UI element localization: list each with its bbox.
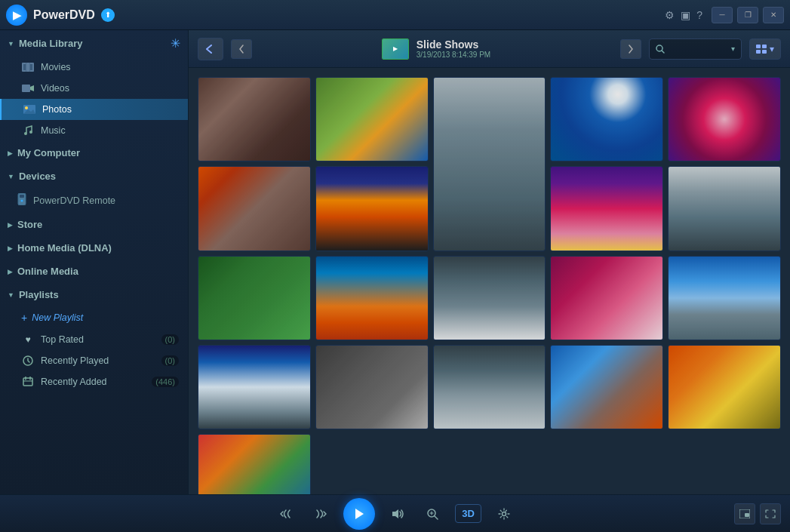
photo-cell[interactable] [198,77,311,161]
sidebar-item-recently-played[interactable]: Recently Played (0) [0,350,188,371]
recently-played-count: (0) [161,355,179,366]
minimize-button[interactable]: ─ [712,7,733,23]
sidebar-section-playlists[interactable]: ▼ Playlists [0,283,188,306]
display-icon[interactable]: ▣ [681,9,690,21]
online-media-arrow: ▶ [8,268,13,275]
restore-button[interactable]: ❐ [737,7,758,23]
my-computer-label: My Computer [17,147,80,158]
photo-cell[interactable] [550,256,663,340]
sidebar-section-media-library[interactable]: ▼ Media Library ✳ [0,30,188,57]
photo-cell[interactable] [198,256,311,340]
photo-cell[interactable] [315,77,429,161]
new-playlist-label: New Playlist [32,312,83,323]
playlists-arrow: ▼ [8,291,14,299]
play-button[interactable] [343,498,375,530]
svg-rect-4 [29,63,30,72]
view-toggle-button[interactable]: ▾ [749,38,781,60]
sidebar-item-videos[interactable]: Videos [0,78,188,99]
photo-cell[interactable] [550,77,663,161]
svg-point-27 [502,512,506,515]
svg-point-11 [29,131,32,134]
search-dropdown-icon[interactable]: ▾ [731,45,735,53]
slideshow-info: ▶ Slide Shows 3/19/2013 8:14:39 PM [382,38,490,60]
powerdvd-remote-label: PowerDVD Remote [33,195,115,206]
sidebar-item-movies[interactable]: Movies [0,57,188,78]
top-rated-count: (0) [161,334,179,345]
playback-controls: 3D [274,498,516,530]
svg-point-15 [19,202,20,204]
sidebar-section-store[interactable]: ▶ Store [0,213,188,236]
sidebar-section-devices[interactable]: ▼ Devices [0,165,188,188]
photo-cell[interactable] [668,345,781,429]
sidebar-item-powerdvd-remote[interactable]: PowerDVD Remote [0,188,188,213]
svg-rect-13 [20,195,24,198]
photo-cell[interactable] [315,166,429,251]
recently-played-label: Recently Played [41,355,161,366]
recently-added-label: Recently Added [41,377,152,387]
zoom-button[interactable] [420,502,444,526]
sidebar-item-top-rated[interactable]: ♥ Top Rated (0) [0,329,188,350]
back-button[interactable] [198,38,223,60]
recently-played-icon [21,355,35,366]
media-library-loader: ✳ [171,36,180,51]
photo-cell[interactable] [315,345,429,429]
photo-cell[interactable] [198,345,311,429]
rewind-button[interactable] [274,502,298,526]
photo-cell[interactable] [433,345,546,429]
photos-label: Photos [42,104,179,115]
update-icon[interactable]: ⬆ [101,8,115,22]
my-computer-arrow: ▶ [8,149,13,157]
svg-rect-1 [23,64,26,70]
photo-cell[interactable] [198,434,311,494]
settings-icon[interactable]: ⚙ [665,9,675,21]
devices-label: Devices [19,171,56,182]
sidebar-item-new-playlist[interactable]: + New Playlist [0,306,188,329]
home-media-label: Home Media (DLNA) [17,242,112,254]
sidebar-section-my-computer[interactable]: ▶ My Computer [0,141,188,165]
recently-added-count: (446) [152,377,179,387]
sidebar-section-home-media[interactable]: ▶ Home Media (DLNA) [0,236,188,260]
next-nav-button[interactable] [620,39,641,59]
volume-button[interactable] [386,502,410,526]
sidebar-item-recently-added[interactable]: Recently Added (446) [0,371,188,392]
media-library-label: Media Library [19,38,83,49]
slideshow-title: Slide Shows [417,38,490,51]
recently-added-icon [21,377,35,387]
expand-button[interactable] [760,503,781,524]
photo-cell[interactable] [433,77,546,251]
forward-button[interactable] [309,502,333,526]
search-input[interactable] [668,44,728,54]
svg-point-8 [25,106,28,109]
devices-arrow: ▼ [8,173,14,180]
search-box[interactable]: ▾ [649,38,742,60]
prev-nav-button[interactable] [231,39,252,59]
photo-cell[interactable] [668,166,781,251]
sidebar: ▼ Media Library ✳ Movies [0,30,189,494]
photo-cell[interactable] [433,256,546,340]
svg-marker-24 [355,509,364,519]
svg-point-14 [21,200,23,202]
photo-cell[interactable] [668,256,781,340]
new-playlist-plus-icon: + [21,312,27,324]
photo-cell[interactable] [315,256,429,340]
photo-cell[interactable] [668,77,781,161]
sidebar-item-music[interactable]: Music [0,120,188,141]
photo-grid [195,74,784,494]
playback-settings-button[interactable] [492,502,516,526]
close-button[interactable]: ✕ [763,7,784,23]
3d-button[interactable]: 3D [455,504,481,523]
powerdvd-remote-icon [17,193,27,208]
top-rated-icon: ♥ [21,334,35,345]
svg-rect-5 [22,85,30,92]
sidebar-item-photos[interactable]: Photos [0,99,188,120]
videos-icon [21,83,35,94]
photo-cell[interactable] [550,345,663,429]
photo-cell[interactable] [550,166,663,251]
pip-button[interactable] [734,503,755,524]
top-rated-label: Top Rated [41,334,161,345]
sidebar-section-online-media[interactable]: ▶ Online Media [0,260,188,283]
content-toolbar: ▶ Slide Shows 3/19/2013 8:14:39 PM [189,30,790,68]
photos-icon [23,104,36,115]
help-icon[interactable]: ? [696,9,702,21]
photo-cell[interactable] [198,166,311,251]
